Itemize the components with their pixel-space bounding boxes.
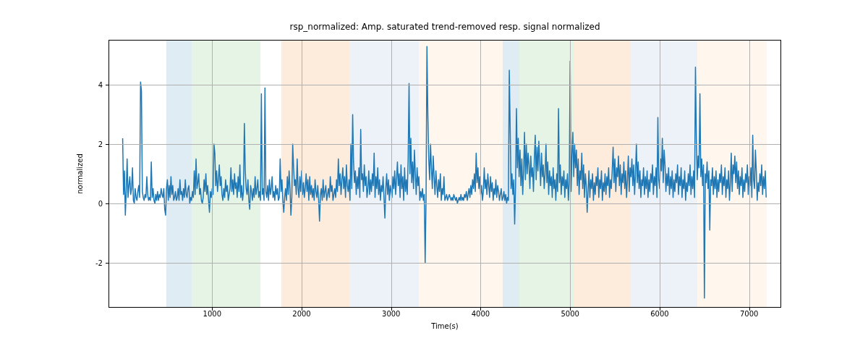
ytick-mark	[106, 203, 109, 204]
xtick-mark	[391, 308, 392, 311]
xtick-label: 6000	[642, 310, 678, 318]
xtick-label: 4000	[462, 310, 498, 318]
xtick-label: 3000	[373, 310, 409, 318]
gridline-vertical	[480, 41, 481, 307]
ytick-mark	[106, 144, 109, 145]
xtick-mark	[480, 308, 481, 311]
signal-line	[109, 41, 780, 307]
ytick-label: 0	[74, 199, 103, 207]
y-axis-label: normalized	[76, 40, 88, 308]
gridline-vertical	[749, 41, 750, 307]
xtick-mark	[570, 308, 571, 311]
gridline-horizontal	[109, 144, 780, 145]
ytick-label: -2	[74, 258, 103, 266]
gridline-vertical	[391, 41, 392, 307]
gridline-vertical	[660, 41, 660, 307]
gridline-horizontal	[109, 85, 780, 85]
xtick-mark	[749, 308, 750, 311]
gridline-horizontal	[109, 263, 780, 264]
gridline-vertical	[570, 41, 571, 307]
plot-area	[109, 40, 781, 308]
xtick-mark	[302, 308, 302, 311]
chart-title: rsp_normalized: Amp. saturated trend-rem…	[109, 22, 781, 32]
gridline-vertical	[302, 41, 302, 307]
gridline-vertical	[212, 41, 213, 307]
xtick-label: 5000	[552, 310, 588, 318]
ytick-label: 4	[74, 81, 103, 89]
x-axis-label: Time(s)	[109, 322, 781, 330]
ytick-mark	[106, 263, 109, 264]
xtick-label: 2000	[284, 310, 320, 318]
gridline-horizontal	[109, 203, 780, 204]
ytick-mark	[106, 85, 109, 85]
xtick-mark	[212, 308, 213, 311]
figure: rsp_normalized: Amp. saturated trend-rem…	[0, 0, 868, 362]
xtick-label: 7000	[731, 310, 767, 318]
xtick-mark	[660, 308, 660, 311]
xtick-label: 1000	[194, 310, 230, 318]
ytick-label: 2	[74, 140, 103, 148]
